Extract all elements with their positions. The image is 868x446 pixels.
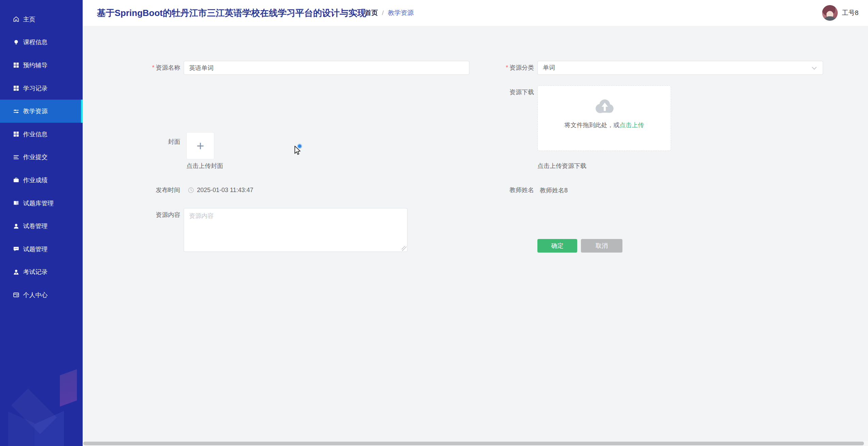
grid-icon — [13, 131, 19, 137]
sidebar-item-question-bank-manage[interactable]: 试题库管理 — [0, 192, 83, 215]
mouse-cursor-icon — [294, 145, 302, 155]
resource-download-label: 资源下载 — [473, 85, 534, 99]
sidebar-item-homework-submit[interactable]: 作业提交 — [0, 146, 83, 169]
list-icon — [13, 154, 19, 160]
briefcase-icon — [13, 177, 19, 183]
publish-time-value: 2025-01-03 11:43:47 — [197, 187, 253, 194]
sidebar-item-label: 作业提交 — [23, 153, 48, 161]
sidebar-item-label: 试题管理 — [23, 245, 48, 253]
sidebar-item-label: 试卷管理 — [23, 222, 48, 230]
chevron-down-icon — [812, 65, 817, 70]
required-asterisk: * — [152, 64, 154, 71]
resource-category-select[interactable]: 单词 — [537, 61, 823, 75]
resource-download-hint: 点击上传资源下载 — [537, 159, 586, 173]
teacher-name-label: 教师姓名 — [473, 183, 534, 197]
resource-download-dropzone[interactable]: 将文件拖到此处，或点击上传 — [537, 85, 671, 151]
sidebar-decoration-quad — [60, 369, 77, 407]
resource-name-label: *资源名称 — [119, 61, 180, 75]
cover-upload-button[interactable]: + — [186, 132, 214, 159]
teacher-name-value: 教师姓名8 — [540, 183, 568, 197]
user-name: 工号8 — [842, 8, 858, 17]
cover-hint: 点击上传封面 — [186, 159, 223, 173]
teaching-resource-edit-page: 主页 课程信息 预约辅导 学习记录 教学资源 作业信息 — [0, 0, 868, 446]
user-icon — [13, 223, 19, 229]
resource-category-label: *资源分类 — [473, 61, 534, 75]
horizontal-scrollbar-thumb[interactable] — [83, 442, 864, 445]
sidebar-item-home[interactable]: 主页 — [0, 8, 83, 31]
sidebar-item-label: 考试记录 — [23, 268, 48, 276]
resource-name-input[interactable] — [184, 61, 469, 75]
id-card-icon — [13, 292, 19, 298]
cancel-button[interactable]: 取消 — [581, 239, 622, 253]
resource-content-textarea[interactable] — [184, 208, 407, 252]
sidebar-item-label: 主页 — [23, 15, 35, 23]
breadcrumb-home[interactable]: 首页 — [365, 8, 378, 17]
sidebar-item-label: 作业信息 — [23, 130, 48, 138]
sidebar-nav: 主页 课程信息 预约辅导 学习记录 教学资源 作业信息 — [0, 0, 83, 307]
sidebar-item-question-manage[interactable]: 试题管理 — [0, 238, 83, 261]
upload-link[interactable]: 点击上传 — [620, 122, 644, 128]
dropzone-text: 将文件拖到此处，或点击上传 — [538, 121, 671, 129]
sidebar-item-teaching-resource[interactable]: 教学资源 — [0, 100, 83, 123]
sidebar-item-homework-score[interactable]: 作业成绩 — [0, 169, 83, 192]
sidebar-item-label: 个人中心 — [23, 291, 48, 299]
sidebar-item-exam-record[interactable]: 考试记录 — [0, 261, 83, 284]
avatar[interactable] — [822, 5, 838, 21]
home-icon — [13, 16, 19, 22]
resize-handle[interactable] — [402, 246, 406, 251]
user-box[interactable]: 工号8 — [822, 0, 858, 26]
header: 基于SpringBoot的牡丹江市三江英语学校在线学习平台的设计与实现 首页 /… — [83, 0, 868, 26]
user-record-icon — [13, 269, 19, 275]
sidebar-item-appointment-tutoring[interactable]: 预约辅导 — [0, 54, 83, 77]
sidebar-item-label: 作业成绩 — [23, 176, 48, 184]
publish-time-value-row: 2025-01-03 11:43:47 — [188, 183, 253, 197]
sidebar-item-label: 学习记录 — [23, 84, 48, 92]
sidebar-item-personal-center[interactable]: 个人中心 — [0, 284, 83, 307]
resource-content-label: 资源内容 — [129, 208, 180, 222]
grid-icon — [13, 62, 19, 68]
plus-icon: + — [197, 139, 204, 153]
breadcrumb-current: 教学资源 — [388, 8, 414, 17]
sidebar-item-label: 课程信息 — [23, 38, 48, 46]
sidebar-item-study-record[interactable]: 学习记录 — [0, 77, 83, 100]
publish-time-label: 发布时间 — [129, 183, 180, 197]
bulb-icon — [13, 39, 19, 46]
resource-form: *资源名称 *资源分类 单词 资源下载 将文件拖到此处，或点击上传 — [83, 26, 868, 441]
breadcrumb-separator: / — [382, 9, 384, 17]
sidebar-item-label: 预约辅导 — [23, 61, 48, 69]
grid-icon — [13, 85, 19, 91]
cover-label: 封面 — [129, 135, 180, 149]
sidebar-item-label: 教学资源 — [23, 107, 48, 115]
sidebar-item-homework-info[interactable]: 作业信息 — [0, 123, 83, 146]
page-title: 基于SpringBoot的牡丹江市三江英语学校在线学习平台的设计与实现 — [97, 0, 366, 26]
sidebar-item-exam-paper-manage[interactable]: 试卷管理 — [0, 215, 83, 238]
sidebar: 主页 课程信息 预约辅导 学习记录 教学资源 作业信息 — [0, 0, 83, 446]
upload-cloud-icon — [592, 97, 616, 116]
sidebar-item-course-info[interactable]: 课程信息 — [0, 31, 83, 54]
sliders-icon — [13, 108, 19, 115]
resource-category-value: 单词 — [543, 64, 555, 71]
breadcrumb: 首页 / 教学资源 — [365, 0, 414, 26]
comment-icon — [13, 246, 19, 252]
required-asterisk: * — [506, 64, 508, 71]
horizontal-scrollbar[interactable] — [83, 441, 868, 446]
sidebar-item-label: 试题库管理 — [23, 199, 54, 207]
confirm-button[interactable]: 确定 — [537, 239, 577, 253]
book-icon — [13, 200, 19, 206]
clock-icon — [188, 187, 194, 193]
